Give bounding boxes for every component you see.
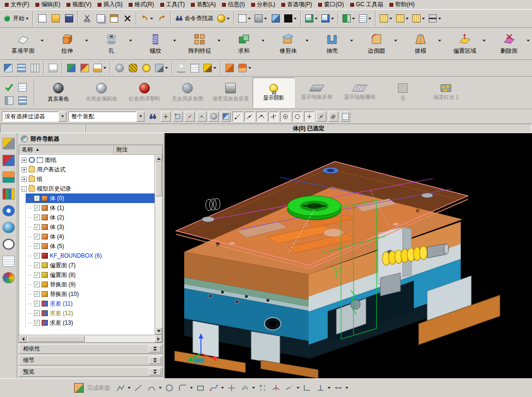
column-header-name[interactable]: 名称 ▲: [19, 145, 114, 154]
edit-object-display-button[interactable]: [3, 94, 15, 107]
snap-point-on-curve-button[interactable]: [316, 112, 326, 122]
tree-row-drawing[interactable]: + 图纸: [19, 155, 155, 165]
visibility-checkbox[interactable]: ✓: [34, 262, 40, 268]
menu-assemblies[interactable]: 装配(A): [188, 0, 219, 9]
scene-lights-button[interactable]: 场景灯光 1: [425, 78, 467, 108]
visual-effects-button[interactable]: [253, 12, 268, 25]
ring-tool-button[interactable]: [140, 61, 153, 75]
measure-distance-button[interactable]: [378, 12, 394, 25]
metal-brushed-button[interactable]: 光亮金属刷色: [80, 78, 122, 108]
part-navigator-icon[interactable]: [2, 171, 15, 183]
menu-tools[interactable]: 工具(T): [157, 0, 188, 9]
snap-existing-point-button[interactable]: [304, 112, 314, 122]
snap-point-button-3[interactable]: [185, 112, 195, 122]
finish-sketch-button[interactable]: [73, 382, 85, 394]
no-global-reflection-button[interactable]: 无全局反射图: [166, 78, 209, 108]
sketch-rectangle-button[interactable]: [194, 382, 206, 394]
sketch-dimension-button[interactable]: [332, 382, 344, 394]
tree-row-subtract-12[interactable]: ✓ 求差 (12): [26, 308, 155, 318]
visibility-checkbox[interactable]: ✓: [34, 320, 40, 326]
expander-icon[interactable]: -: [22, 186, 27, 192]
floor-reflection-button[interactable]: 显示地板反射: [296, 78, 338, 108]
tree-row-user-expressions[interactable]: + 用户表达式: [19, 165, 155, 174]
sketch-corner-button[interactable]: [301, 382, 313, 394]
visibility-checkbox[interactable]: ✓: [34, 253, 40, 259]
none-style-button[interactable]: 无: [382, 78, 424, 108]
menu-information[interactable]: 信息(I): [219, 0, 247, 9]
open-button[interactable]: [49, 12, 62, 25]
selection-scope-dropdown[interactable]: 整个装配: [68, 112, 144, 122]
show-hide-button[interactable]: [16, 94, 29, 107]
draft-button[interactable]: 拔模: [399, 28, 443, 59]
internet-icon[interactable]: [2, 222, 15, 233]
menu-help[interactable]: 帮助(H): [387, 0, 418, 9]
sketch-offset-button[interactable]: [239, 382, 251, 394]
toolbox-button[interactable]: [202, 61, 218, 75]
true-shading-button[interactable]: 真实着色: [37, 78, 79, 108]
assembly-navigator-icon[interactable]: [2, 138, 15, 149]
tree-row-body-3[interactable]: ✓ 体 (3): [26, 222, 155, 232]
wave-linker-button[interactable]: [92, 61, 108, 75]
touch-mode-button[interactable]: [216, 12, 231, 25]
tree-row-subtract-13[interactable]: ✓ 求差 (13): [26, 318, 155, 328]
menu-format[interactable]: 格式(R): [126, 0, 157, 9]
column-header-note[interactable]: 附注: [114, 145, 162, 154]
tree-row-subtract-11[interactable]: ✓ 求差 (11): [26, 299, 155, 308]
find-in-selection-button[interactable]: [146, 110, 159, 123]
dropdown-button[interactable]: [136, 112, 144, 122]
analysis-sphere-button[interactable]: [113, 61, 126, 75]
tree-row-offset-face-7[interactable]: ✓ 偏置面 (7): [26, 261, 155, 270]
shell-button[interactable]: 抽壳: [310, 28, 354, 59]
tree-row-replace-face-9[interactable]: ✓ 替换面 (9): [26, 280, 155, 289]
show-shadow-button[interactable]: 显示阴影: [253, 78, 295, 108]
visibility-checkbox[interactable]: ✓: [34, 291, 40, 297]
snap-view-button[interactable]: [357, 12, 373, 25]
snap-point-button-1[interactable]: [161, 112, 171, 122]
grid-snap-button[interactable]: [340, 112, 350, 122]
measure-angle-button[interactable]: [395, 12, 410, 25]
triangle-tool-button[interactable]: [175, 61, 188, 75]
gradient-background-button[interactable]: 渐变深灰色背景: [210, 78, 252, 108]
redo-button[interactable]: [155, 12, 168, 25]
expander-icon[interactable]: +: [22, 167, 27, 172]
sketch-line-button[interactable]: [132, 382, 144, 394]
scroll-left-button[interactable]: [19, 335, 27, 342]
tree-row-body-0[interactable]: ✓ 体 (0): [26, 193, 155, 203]
paste-button[interactable]: [108, 12, 120, 25]
menu-analysis[interactable]: 分析(L): [248, 0, 278, 9]
sketch-profile-button[interactable]: [114, 382, 126, 394]
visibility-checkbox[interactable]: ✓: [34, 234, 40, 239]
snap-end-point-button[interactable]: [233, 112, 243, 122]
view-sheet-button[interactable]: [29, 61, 41, 75]
sketch-spline-button[interactable]: [208, 382, 220, 394]
move-component-button[interactable]: [78, 61, 91, 75]
info-icon[interactable]: [2, 205, 15, 216]
section-preview[interactable]: 预览: [19, 367, 163, 377]
tree-row-body-1[interactable]: ✓ 体 (1): [26, 203, 155, 213]
horizontal-scrollbar[interactable]: [19, 335, 162, 342]
highlight-button[interactable]: [221, 112, 231, 122]
snap-mid-point-button[interactable]: [244, 112, 255, 122]
unite-button[interactable]: 求和: [222, 28, 266, 59]
notes-icon[interactable]: [2, 255, 15, 267]
extrude-button[interactable]: 拉伸: [45, 28, 89, 59]
section-dependencies[interactable]: 相依性: [19, 344, 163, 354]
assembly-constraints-button[interactable]: [65, 61, 78, 75]
background-button[interactable]: [283, 12, 298, 25]
rendering-style-button[interactable]: [269, 12, 282, 25]
sketch-fillet-button[interactable]: [177, 382, 188, 394]
hd3d-tool-icon[interactable]: [2, 188, 15, 200]
check-display-button[interactable]: [3, 80, 15, 94]
visibility-checkbox[interactable]: ✓: [34, 282, 40, 287]
expand-section-button[interactable]: [149, 357, 161, 364]
delete-button[interactable]: [121, 12, 133, 25]
clipboard-grid-button[interactable]: [16, 80, 29, 94]
command-finder-button[interactable]: 命令查找器: [174, 12, 215, 25]
expander-icon[interactable]: +: [22, 177, 27, 182]
visibility-checkbox[interactable]: ✓: [34, 310, 40, 316]
graphics-window[interactable]: [165, 133, 532, 378]
menu-file[interactable]: 文件(F): [2, 0, 32, 9]
hole-button[interactable]: 孔: [89, 28, 133, 59]
scroll-right-button[interactable]: [155, 335, 162, 342]
orient-view-button[interactable]: [341, 12, 356, 25]
